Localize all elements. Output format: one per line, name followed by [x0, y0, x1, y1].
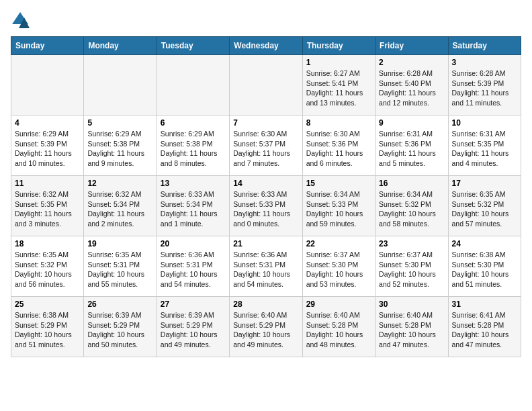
- calendar-cell: 27Sunrise: 6:39 AM Sunset: 5:29 PM Dayli…: [157, 297, 229, 357]
- day-info: Sunrise: 6:29 AM Sunset: 5:39 PM Dayligh…: [15, 129, 80, 169]
- calendar-cell: 29Sunrise: 6:40 AM Sunset: 5:28 PM Dayli…: [302, 297, 375, 357]
- day-info: Sunrise: 6:40 AM Sunset: 5:28 PM Dayligh…: [306, 310, 371, 350]
- calendar-cell: 10Sunrise: 6:31 AM Sunset: 5:35 PM Dayli…: [448, 116, 521, 176]
- calendar-cell: 24Sunrise: 6:38 AM Sunset: 5:30 PM Dayli…: [448, 236, 521, 297]
- calendar-cell: 2Sunrise: 6:28 AM Sunset: 5:40 PM Daylig…: [375, 55, 448, 116]
- calendar-cell: 7Sunrise: 6:30 AM Sunset: 5:37 PM Daylig…: [230, 116, 302, 176]
- calendar-week-row: 18Sunrise: 6:35 AM Sunset: 5:32 PM Dayli…: [11, 236, 521, 297]
- day-number: 19: [87, 239, 152, 248]
- day-info: Sunrise: 6:27 AM Sunset: 5:41 PM Dayligh…: [306, 68, 371, 108]
- day-info: Sunrise: 6:41 AM Sunset: 5:28 PM Dayligh…: [452, 310, 517, 350]
- calendar-cell: 17Sunrise: 6:35 AM Sunset: 5:32 PM Dayli…: [448, 176, 521, 236]
- calendar-cell: 18Sunrise: 6:35 AM Sunset: 5:32 PM Dayli…: [11, 236, 84, 297]
- day-number: 6: [161, 118, 226, 128]
- day-info: Sunrise: 6:40 AM Sunset: 5:29 PM Dayligh…: [233, 310, 298, 350]
- day-info: Sunrise: 6:37 AM Sunset: 5:30 PM Dayligh…: [306, 250, 371, 289]
- page-header: [11, 11, 521, 30]
- logo: [11, 11, 32, 30]
- day-info: Sunrise: 6:40 AM Sunset: 5:28 PM Dayligh…: [379, 310, 444, 350]
- calendar-cell: 31Sunrise: 6:41 AM Sunset: 5:28 PM Dayli…: [448, 297, 521, 357]
- day-info: Sunrise: 6:31 AM Sunset: 5:36 PM Dayligh…: [379, 129, 444, 169]
- calendar-cell: 23Sunrise: 6:37 AM Sunset: 5:30 PM Dayli…: [375, 236, 448, 297]
- calendar-cell: 14Sunrise: 6:33 AM Sunset: 5:33 PM Dayli…: [230, 176, 302, 236]
- weekday-header: Saturday: [448, 37, 521, 55]
- calendar-cell: 15Sunrise: 6:34 AM Sunset: 5:33 PM Dayli…: [302, 176, 375, 236]
- day-number: 9: [379, 118, 444, 128]
- calendar-table: SundayMondayTuesdayWednesdayThursdayFrid…: [11, 36, 521, 357]
- day-number: 24: [452, 239, 517, 248]
- calendar-cell: [11, 55, 84, 116]
- weekday-header: Wednesday: [230, 37, 302, 55]
- day-number: 4: [15, 118, 80, 128]
- day-info: Sunrise: 6:39 AM Sunset: 5:29 PM Dayligh…: [87, 310, 152, 350]
- day-number: 26: [87, 300, 152, 309]
- day-info: Sunrise: 6:30 AM Sunset: 5:36 PM Dayligh…: [306, 129, 371, 169]
- day-info: Sunrise: 6:36 AM Sunset: 5:31 PM Dayligh…: [161, 250, 226, 289]
- weekday-header: Friday: [375, 37, 448, 55]
- day-number: 11: [15, 179, 80, 188]
- calendar-cell: [230, 55, 302, 116]
- calendar-cell: 1Sunrise: 6:27 AM Sunset: 5:41 PM Daylig…: [302, 55, 375, 116]
- day-number: 14: [233, 179, 298, 188]
- calendar-week-row: 1Sunrise: 6:27 AM Sunset: 5:41 PM Daylig…: [11, 55, 521, 116]
- day-info: Sunrise: 6:36 AM Sunset: 5:31 PM Dayligh…: [233, 250, 298, 289]
- logo-icon: [11, 11, 30, 30]
- day-info: Sunrise: 6:29 AM Sunset: 5:38 PM Dayligh…: [87, 129, 152, 169]
- weekday-header: Sunday: [11, 37, 84, 55]
- day-number: 20: [161, 239, 226, 248]
- day-number: 29: [306, 300, 371, 309]
- day-number: 23: [379, 239, 444, 248]
- calendar-cell: 11Sunrise: 6:32 AM Sunset: 5:35 PM Dayli…: [11, 176, 84, 236]
- day-number: 25: [15, 300, 80, 309]
- calendar-cell: 16Sunrise: 6:34 AM Sunset: 5:32 PM Dayli…: [375, 176, 448, 236]
- day-info: Sunrise: 6:38 AM Sunset: 5:29 PM Dayligh…: [15, 310, 80, 350]
- day-number: 28: [233, 300, 298, 309]
- day-info: Sunrise: 6:34 AM Sunset: 5:33 PM Dayligh…: [306, 189, 371, 229]
- day-number: 8: [306, 118, 371, 128]
- calendar-cell: 8Sunrise: 6:30 AM Sunset: 5:36 PM Daylig…: [302, 116, 375, 176]
- day-number: 18: [15, 239, 80, 248]
- calendar-cell: [157, 55, 229, 116]
- day-info: Sunrise: 6:38 AM Sunset: 5:30 PM Dayligh…: [452, 250, 517, 289]
- day-number: 7: [233, 118, 298, 128]
- calendar-cell: 20Sunrise: 6:36 AM Sunset: 5:31 PM Dayli…: [157, 236, 229, 297]
- day-info: Sunrise: 6:35 AM Sunset: 5:32 PM Dayligh…: [452, 189, 517, 229]
- day-number: 21: [233, 239, 298, 248]
- calendar-week-row: 11Sunrise: 6:32 AM Sunset: 5:35 PM Dayli…: [11, 176, 521, 236]
- calendar-week-row: 25Sunrise: 6:38 AM Sunset: 5:29 PM Dayli…: [11, 297, 521, 357]
- day-number: 10: [452, 118, 517, 128]
- calendar-cell: 28Sunrise: 6:40 AM Sunset: 5:29 PM Dayli…: [230, 297, 302, 357]
- calendar-cell: 21Sunrise: 6:36 AM Sunset: 5:31 PM Dayli…: [230, 236, 302, 297]
- day-info: Sunrise: 6:32 AM Sunset: 5:34 PM Dayligh…: [87, 189, 152, 229]
- calendar-cell: 12Sunrise: 6:32 AM Sunset: 5:34 PM Dayli…: [84, 176, 157, 236]
- day-number: 17: [452, 179, 517, 188]
- day-info: Sunrise: 6:37 AM Sunset: 5:30 PM Dayligh…: [379, 250, 444, 289]
- calendar-cell: 3Sunrise: 6:28 AM Sunset: 5:39 PM Daylig…: [448, 55, 521, 116]
- weekday-header: Monday: [84, 37, 157, 55]
- day-info: Sunrise: 6:28 AM Sunset: 5:40 PM Dayligh…: [379, 68, 444, 108]
- calendar-cell: [84, 55, 157, 116]
- calendar-cell: 13Sunrise: 6:33 AM Sunset: 5:34 PM Dayli…: [157, 176, 229, 236]
- day-info: Sunrise: 6:33 AM Sunset: 5:33 PM Dayligh…: [233, 189, 298, 229]
- day-info: Sunrise: 6:32 AM Sunset: 5:35 PM Dayligh…: [15, 189, 80, 229]
- calendar-cell: 30Sunrise: 6:40 AM Sunset: 5:28 PM Dayli…: [375, 297, 448, 357]
- day-number: 5: [87, 118, 152, 128]
- calendar-cell: 5Sunrise: 6:29 AM Sunset: 5:38 PM Daylig…: [84, 116, 157, 176]
- day-number: 22: [306, 239, 371, 248]
- day-number: 3: [452, 58, 517, 67]
- calendar-cell: 19Sunrise: 6:35 AM Sunset: 5:31 PM Dayli…: [84, 236, 157, 297]
- day-number: 27: [161, 300, 226, 309]
- calendar-cell: 26Sunrise: 6:39 AM Sunset: 5:29 PM Dayli…: [84, 297, 157, 357]
- day-info: Sunrise: 6:28 AM Sunset: 5:39 PM Dayligh…: [452, 68, 517, 108]
- day-number: 16: [379, 179, 444, 188]
- weekday-header: Thursday: [302, 37, 375, 55]
- day-info: Sunrise: 6:33 AM Sunset: 5:34 PM Dayligh…: [161, 189, 226, 229]
- day-info: Sunrise: 6:35 AM Sunset: 5:32 PM Dayligh…: [15, 250, 80, 289]
- day-info: Sunrise: 6:29 AM Sunset: 5:38 PM Dayligh…: [161, 129, 226, 169]
- day-info: Sunrise: 6:34 AM Sunset: 5:32 PM Dayligh…: [379, 189, 444, 229]
- calendar-cell: 22Sunrise: 6:37 AM Sunset: 5:30 PM Dayli…: [302, 236, 375, 297]
- day-number: 31: [452, 300, 517, 309]
- day-info: Sunrise: 6:30 AM Sunset: 5:37 PM Dayligh…: [233, 129, 298, 169]
- weekday-header: Tuesday: [157, 37, 229, 55]
- calendar-cell: 25Sunrise: 6:38 AM Sunset: 5:29 PM Dayli…: [11, 297, 84, 357]
